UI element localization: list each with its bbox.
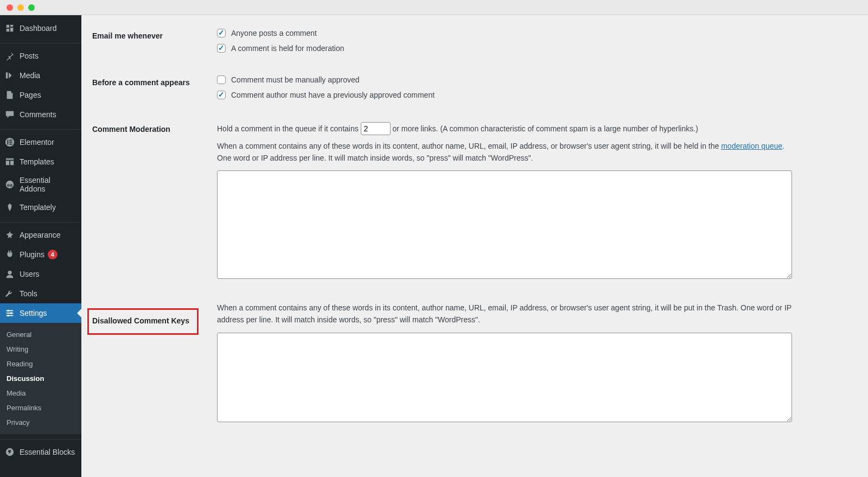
nav-separator (0, 127, 81, 130)
settings-submenu: General Writing Reading Discussion Media… (0, 323, 81, 434)
submenu-item-discussion[interactable]: Discussion (0, 371, 81, 386)
settings-content: Email me whenever Anyone posts a comment… (81, 15, 868, 477)
templates-icon (4, 156, 15, 167)
sidebar-item-plugins[interactable]: Plugins 4 (0, 245, 81, 264)
sidebar-item-essential-blocks[interactable]: Essential Blocks (0, 442, 81, 462)
sidebar-item-label: Tools (20, 289, 37, 298)
max-links-input[interactable] (361, 122, 391, 135)
sidebar-item-pages[interactable]: Pages (0, 85, 81, 105)
sidebar-item-tools[interactable]: Tools (0, 284, 81, 303)
svg-rect-2 (9, 140, 12, 141)
submenu-item-privacy[interactable]: Privacy (0, 415, 81, 430)
sidebar-item-settings[interactable]: Settings (0, 303, 81, 323)
svg-rect-4 (9, 144, 12, 145)
users-icon (4, 269, 15, 279)
submenu-item-reading[interactable]: Reading (0, 357, 81, 371)
disallowed-description: When a comment contains any of these wor… (217, 302, 792, 326)
tools-icon (4, 288, 15, 299)
disallowed-comment-keys-heading: Disallowed Comment Keys (92, 316, 189, 325)
macos-titlebar (0, 0, 868, 15)
checkbox-label: Comment must be manually approved (231, 75, 360, 84)
maximize-window-icon[interactable] (28, 4, 35, 11)
sidebar-item-comments[interactable]: Comments (0, 105, 81, 124)
sidebar-item-label: Templates (20, 157, 54, 166)
sidebar-item-label: Comments (20, 110, 56, 119)
comments-icon (4, 109, 15, 120)
submenu-item-writing[interactable]: Writing (0, 342, 81, 357)
media-icon (4, 70, 15, 81)
minimize-window-icon[interactable] (17, 4, 24, 11)
checkbox-label: Anyone posts a comment (231, 29, 317, 37)
sidebar-item-essential-addons[interactable]: ea Essential Addons (0, 171, 81, 198)
hold-post-text: or more links. (A common characteristic … (392, 124, 698, 133)
nav-separator (0, 41, 81, 43)
svg-point-12 (10, 312, 12, 314)
svg-rect-1 (8, 140, 9, 145)
submenu-item-general[interactable]: General (0, 327, 81, 342)
nav-separator (0, 437, 81, 440)
comment-moderation-heading: Comment Moderation (92, 114, 212, 289)
email-me-heading: Email me whenever (92, 21, 212, 67)
dashboard-icon (4, 23, 15, 34)
sidebar-item-label: Essential Blocks (20, 448, 75, 456)
pushpin-icon (4, 50, 15, 61)
plugins-icon (4, 249, 15, 260)
sidebar-item-label: Media (20, 71, 40, 80)
sidebar-item-label: Posts (20, 52, 39, 60)
sidebar-item-templates[interactable]: Templates (0, 152, 81, 171)
sidebar-item-dashboard[interactable]: Dashboard (0, 15, 81, 38)
moderation-keys-textarea[interactable] (217, 170, 792, 279)
sidebar-item-templately[interactable]: Templately (0, 198, 81, 217)
moderation-description: When a comment contains any of these wor… (217, 141, 792, 164)
sidebar-item-appearance[interactable]: Appearance (0, 225, 81, 245)
sidebar-item-label: Templately (20, 203, 56, 212)
sidebar-item-label: Users (20, 270, 40, 278)
svg-point-11 (8, 310, 10, 312)
plugin-update-badge: 4 (48, 250, 58, 259)
close-window-icon[interactable] (7, 4, 13, 11)
nav-separator (0, 220, 81, 222)
sidebar-item-users[interactable]: Users (0, 264, 81, 284)
sidebar-item-label: Pages (20, 91, 41, 99)
sidebar-item-label: Settings (20, 309, 47, 317)
hold-pre-text: Hold a comment in the queue if it contai… (217, 124, 359, 133)
previously-approved-checkbox[interactable] (217, 91, 226, 99)
admin-sidebar: Dashboard Posts Media Pages Comments Ele… (0, 15, 81, 477)
checkbox-label: Comment author must have a previously ap… (231, 91, 435, 99)
essential-blocks-icon (4, 447, 15, 457)
svg-point-7 (8, 271, 11, 275)
disallowed-keys-highlight: Disallowed Comment Keys (87, 308, 199, 335)
email-held-moderation-checkbox[interactable] (217, 44, 226, 53)
form-table: Email me whenever Anyone posts a comment… (92, 21, 857, 432)
submenu-item-media[interactable]: Media (0, 386, 81, 400)
essential-addons-icon: ea (4, 179, 15, 190)
before-comment-heading: Before a comment appears (92, 67, 212, 114)
sidebar-item-label: Essential Addons (20, 176, 77, 193)
sidebar-item-label: Appearance (20, 231, 61, 239)
sidebar-item-posts[interactable]: Posts (0, 46, 81, 66)
appearance-icon (4, 230, 15, 240)
checkbox-label: A comment is held for moderation (231, 44, 344, 53)
sidebar-item-media[interactable]: Media (0, 66, 81, 85)
sidebar-item-label: Plugins (20, 250, 44, 259)
moderation-queue-link[interactable]: moderation queue (721, 142, 782, 150)
manually-approved-checkbox[interactable] (217, 75, 226, 84)
svg-point-13 (8, 315, 10, 317)
sidebar-item-label: Dashboard (20, 24, 57, 33)
svg-text:ea: ea (7, 182, 13, 188)
page-icon (4, 90, 15, 100)
elementor-icon (4, 137, 15, 148)
sidebar-item-elementor[interactable]: Elementor (0, 132, 81, 152)
email-anyone-posts-checkbox[interactable] (217, 29, 226, 37)
svg-rect-3 (9, 142, 12, 143)
submenu-item-permalinks[interactable]: Permalinks (0, 400, 81, 415)
settings-icon (4, 308, 15, 319)
sidebar-item-label: Elementor (20, 138, 54, 147)
disallowed-keys-textarea[interactable] (217, 333, 792, 422)
templately-icon (4, 202, 15, 213)
